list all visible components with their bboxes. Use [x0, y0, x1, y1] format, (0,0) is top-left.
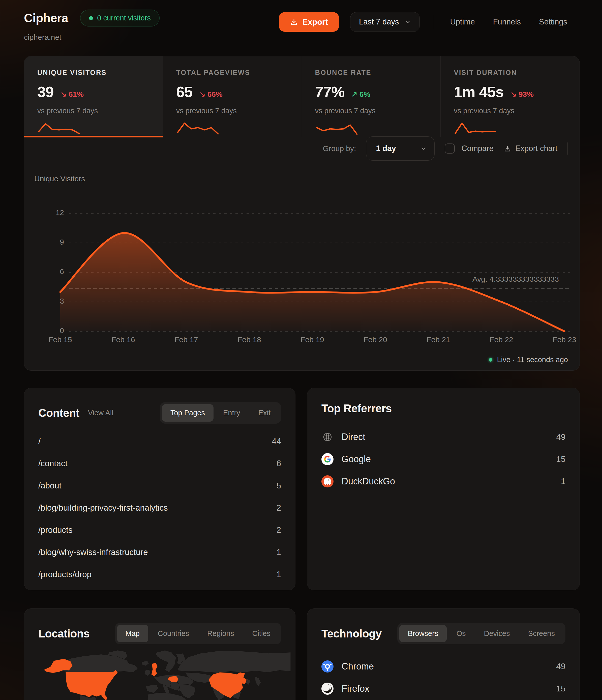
live-dot-icon	[489, 358, 492, 361]
tab-screens[interactable]: Screens	[520, 625, 563, 642]
page-row[interactable]: /44	[38, 430, 281, 452]
map-country-china[interactable]	[209, 672, 247, 698]
stats-row: UNIQUE VISITORS 39 ↘61% vs previous 7 da…	[24, 56, 580, 131]
tab-os[interactable]: Os	[448, 625, 474, 642]
main-chart[interactable]: Unique Visitors Avg: 4.333333333333333 0…	[34, 171, 570, 348]
page-row[interactable]: /products/drop1	[38, 563, 281, 585]
map-iberia	[146, 684, 158, 693]
tab-countries[interactable]: Countries	[149, 625, 198, 642]
tab-top-pages[interactable]: Top Pages	[162, 404, 214, 422]
y-axis-tick: 0	[39, 326, 64, 335]
date-range-dropdown[interactable]: Last 7 days	[350, 12, 420, 32]
stat-visit-duration[interactable]: VISIT DURATION 1m 45s ↘93% vs previous 7…	[441, 56, 580, 137]
browser-row[interactable]: Chrome 49	[321, 655, 566, 678]
x-axis-tick: Feb 20	[348, 335, 403, 344]
tab-browsers[interactable]: Browsers	[399, 625, 447, 642]
x-axis-tick: Feb 22	[474, 335, 529, 344]
page-row[interactable]: /about5	[38, 475, 281, 497]
stat-change-badge: ↘93%	[510, 90, 534, 99]
world-map-svg	[29, 649, 291, 700]
x-axis-tick: Feb 19	[284, 335, 340, 344]
nav-uptime[interactable]: Uptime	[447, 15, 478, 29]
map-iceland	[142, 661, 149, 666]
page-row[interactable]: /contact6	[38, 452, 281, 475]
tab-map[interactable]: Map	[117, 625, 148, 642]
map-japan	[255, 676, 261, 686]
export-chart-button[interactable]: Export chart	[504, 144, 557, 153]
page-row[interactable]: /blog/why-swiss-infrastructure1	[38, 541, 281, 563]
live-status: Live · 11 seconds ago	[489, 355, 568, 364]
page-row[interactable]: /blog/building-privacy-first-analytics2	[38, 497, 281, 519]
chevron-down-icon	[420, 145, 427, 152]
nav-settings[interactable]: Settings	[535, 15, 571, 29]
referrers-title: Top Referrers	[321, 402, 392, 415]
tab-devices[interactable]: Devices	[475, 625, 518, 642]
sparkline-chart	[315, 121, 358, 137]
compare-checkbox[interactable]	[445, 144, 455, 154]
map-scandinavia	[155, 650, 176, 673]
tab-regions[interactable]: Regions	[199, 625, 243, 642]
sparkline-chart	[176, 121, 220, 137]
x-axis-tick: Feb 16	[96, 335, 151, 344]
browser-row[interactable]: Firefox 15	[321, 678, 566, 700]
locations-tabs: Map Countries Regions Cities	[115, 623, 281, 644]
technology-tabs: Browsers Os Devices Screens	[397, 623, 566, 644]
browsers-list: Chrome 49 Firefox 15	[307, 655, 580, 700]
locations-title: Locations	[38, 627, 90, 640]
stat-note: vs previous 7 days	[315, 107, 441, 115]
stat-total-pageviews[interactable]: TOTAL PAGEVIEWS 65 ↘66% vs previous 7 da…	[163, 56, 302, 137]
map-russia	[177, 651, 291, 673]
sparkline-chart	[37, 121, 81, 137]
export-label: Export	[302, 18, 328, 27]
group-by-label: Group by:	[323, 144, 356, 153]
stat-change-badge: ↗6%	[351, 90, 371, 99]
live-status-label: Live · 11 seconds ago	[497, 355, 568, 364]
stat-change-badge: ↘66%	[199, 90, 223, 99]
referrer-row[interactable]: Google 15	[321, 448, 566, 470]
x-axis-tick: Feb 15	[32, 335, 88, 344]
stat-note: vs previous 7 days	[37, 107, 163, 115]
duckduckgo-icon	[321, 475, 333, 488]
chrome-icon	[321, 660, 333, 673]
chevron-down-icon	[404, 19, 411, 25]
stat-change-badge: ↘61%	[60, 90, 84, 99]
tab-cities[interactable]: Cities	[244, 625, 279, 642]
export-button[interactable]: Export	[279, 12, 339, 32]
chart-controls: Group by: 1 day Compare Export chart	[323, 136, 568, 160]
tab-entry[interactable]: Entry	[215, 404, 249, 422]
map-korea	[246, 679, 251, 685]
stat-unique-visitors[interactable]: UNIQUE VISITORS 39 ↘61% vs previous 7 da…	[24, 56, 163, 137]
tab-exit[interactable]: Exit	[250, 404, 279, 422]
current-visitors-badge: 0 current visitors	[80, 9, 159, 26]
y-axis-tick: 12	[39, 208, 64, 217]
google-icon	[321, 453, 333, 465]
map-country-usa[interactable]	[66, 670, 118, 700]
group-by-dropdown[interactable]: 1 day	[366, 136, 435, 160]
x-axis-tick: Feb 17	[158, 335, 214, 344]
analytics-card: UNIQUE VISITORS 39 ↘61% vs previous 7 da…	[24, 56, 580, 371]
view-all-link[interactable]: View All	[88, 409, 114, 417]
live-dot-icon	[89, 16, 93, 20]
map-country-uk[interactable]	[151, 663, 157, 677]
referrer-row[interactable]: DuckDuckGo 1	[321, 470, 566, 493]
y-axis-tick: 6	[39, 267, 64, 276]
y-axis-tick: 9	[39, 238, 64, 246]
group-by-value: 1 day	[376, 144, 396, 153]
world-map[interactable]	[29, 649, 291, 700]
x-axis-tick: Feb 23	[537, 335, 592, 344]
globe-icon	[321, 431, 333, 443]
referrer-row[interactable]: Direct 49	[321, 426, 566, 448]
site-title: Ciphera	[24, 11, 68, 25]
compare-label: Compare	[461, 144, 494, 153]
top-header: Ciphera 0 current visitors ciphera.net E…	[24, 9, 571, 42]
stat-bounce-rate[interactable]: BOUNCE RATE 77% ↗6% vs previous 7 days	[302, 56, 441, 137]
stat-value: 1m 45s	[454, 83, 504, 101]
page-row[interactable]: /products2	[38, 519, 281, 541]
pages-list: /44 /contact6 /about5 /blog/building-pri…	[24, 430, 295, 585]
nav-funnels[interactable]: Funnels	[490, 15, 524, 29]
x-axis-tick: Feb 18	[222, 335, 277, 344]
stat-value: 39	[37, 83, 54, 101]
locations-card: Locations Map Countries Regions Cities	[24, 608, 296, 700]
content-title: Content	[38, 407, 79, 419]
technology-title: Technology	[321, 627, 382, 640]
